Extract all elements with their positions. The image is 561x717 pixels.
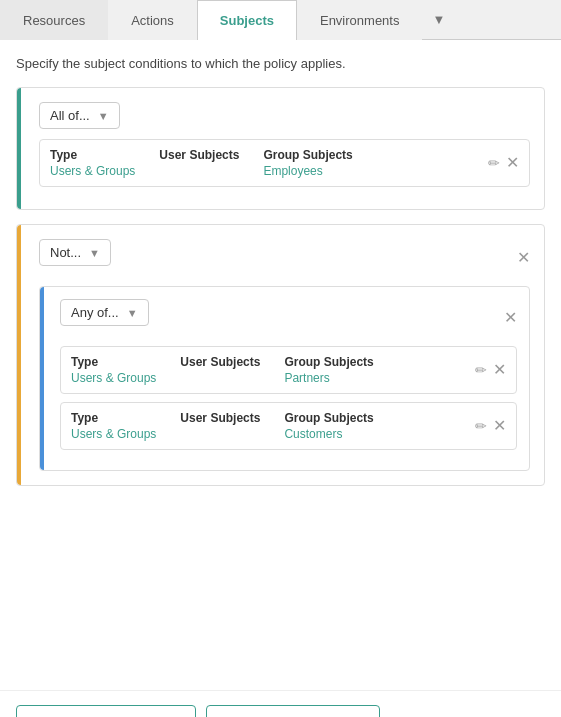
- inner-row-1-data: Type Users & Groups User Subjects Group …: [71, 355, 467, 385]
- type-label-1: Type: [50, 148, 135, 162]
- operator-dropdown-2[interactable]: Not... ▼: [39, 239, 111, 266]
- inner-type-value-1: Users & Groups: [71, 371, 156, 385]
- col-type-1: Type Users & Groups: [50, 148, 135, 178]
- inner-type-label-2: Type: [71, 411, 156, 425]
- tab-resources[interactable]: Resources: [0, 0, 108, 40]
- subject-row-1-data: Type Users & Groups User Subjects Group …: [50, 148, 480, 178]
- inner-user-label-1: User Subjects: [180, 355, 260, 369]
- inner-row-actions-2: ✏ ✕: [475, 418, 506, 434]
- inner-type-label-1: Type: [71, 355, 156, 369]
- bottom-bar: + Add a Subject Condition + Add a Logica…: [0, 690, 561, 717]
- operator-arrow-1: ▼: [98, 110, 109, 122]
- inner-col-type-2: Type Users & Groups: [71, 411, 156, 441]
- inner-row-actions-1: ✏ ✕: [475, 362, 506, 378]
- tab-more-icon[interactable]: ▼: [422, 0, 455, 39]
- operator-label-1: All of...: [50, 108, 90, 123]
- inner-edit-button-2[interactable]: ✏: [475, 418, 487, 434]
- description-text: Specify the subject conditions to which …: [16, 56, 545, 71]
- inner-operator-label: Any of...: [71, 305, 119, 320]
- inner-group-label-2: Group Subjects: [284, 411, 373, 425]
- blue-bar: [40, 287, 44, 470]
- outer-block2-header: Not... ▼ ✕: [39, 239, 530, 276]
- user-subjects-label-1: User Subjects: [159, 148, 239, 162]
- remove-outer-2-button[interactable]: ✕: [517, 250, 530, 266]
- edit-button-1[interactable]: ✏: [488, 155, 500, 171]
- inner-col-type-1: Type Users & Groups: [71, 355, 156, 385]
- subject-row-1: Type Users & Groups User Subjects Group …: [39, 139, 530, 187]
- inner-row-2-data: Type Users & Groups User Subjects Group …: [71, 411, 467, 441]
- operator-arrow-2: ▼: [89, 247, 100, 259]
- inner-edit-button-1[interactable]: ✏: [475, 362, 487, 378]
- outer-block1-header: All of... ▼: [39, 102, 530, 139]
- inner-block-header: Any of... ▼ ✕: [60, 299, 517, 336]
- inner-remove-button-1[interactable]: ✕: [493, 362, 506, 378]
- green-bar: [17, 88, 21, 209]
- inner-block-1: Any of... ▼ ✕ Type Users & Groups: [39, 286, 530, 471]
- tab-bar: Resources Actions Subjects Environments …: [0, 0, 561, 40]
- group-subjects-label-1: Group Subjects: [263, 148, 352, 162]
- inner-type-value-2: Users & Groups: [71, 427, 156, 441]
- main-content: Specify the subject conditions to which …: [0, 40, 561, 690]
- inner-col-group-2: Group Subjects Customers: [284, 411, 373, 441]
- orange-bar: [17, 225, 21, 485]
- inner-col-group-1: Group Subjects Partners: [284, 355, 373, 385]
- remove-button-1[interactable]: ✕: [506, 155, 519, 171]
- tab-subjects[interactable]: Subjects: [197, 0, 297, 40]
- inner-remove-button-2[interactable]: ✕: [493, 418, 506, 434]
- remove-inner-block-button[interactable]: ✕: [504, 310, 517, 326]
- row-actions-1: ✏ ✕: [488, 155, 519, 171]
- inner-group-value-1: Partners: [284, 371, 373, 385]
- add-subject-condition-button[interactable]: + Add a Subject Condition: [16, 705, 196, 717]
- inner-col-user-2: User Subjects: [180, 411, 260, 441]
- tab-actions[interactable]: Actions: [108, 0, 197, 40]
- inner-operator-dropdown[interactable]: Any of... ▼: [60, 299, 149, 326]
- inner-group-label-1: Group Subjects: [284, 355, 373, 369]
- add-logical-operator-button[interactable]: + Add a Logical Operator: [206, 705, 380, 717]
- tab-environments[interactable]: Environments: [297, 0, 422, 40]
- outer-condition-2: Not... ▼ ✕ Any of... ▼ ✕: [16, 224, 545, 486]
- inner-subject-row-1: Type Users & Groups User Subjects Group …: [60, 346, 517, 394]
- inner-col-user-1: User Subjects: [180, 355, 260, 385]
- type-value-1: Users & Groups: [50, 164, 135, 178]
- inner-operator-arrow: ▼: [127, 307, 138, 319]
- inner-subject-row-2: Type Users & Groups User Subjects Group …: [60, 402, 517, 450]
- col-user-subjects-1: User Subjects: [159, 148, 239, 178]
- outer-condition-1: All of... ▼ Type Users & Groups User Sub…: [16, 87, 545, 210]
- inner-group-value-2: Customers: [284, 427, 373, 441]
- operator-label-2: Not...: [50, 245, 81, 260]
- inner-user-label-2: User Subjects: [180, 411, 260, 425]
- group-subjects-value-1: Employees: [263, 164, 352, 178]
- col-group-subjects-1: Group Subjects Employees: [263, 148, 352, 178]
- operator-dropdown-1[interactable]: All of... ▼: [39, 102, 120, 129]
